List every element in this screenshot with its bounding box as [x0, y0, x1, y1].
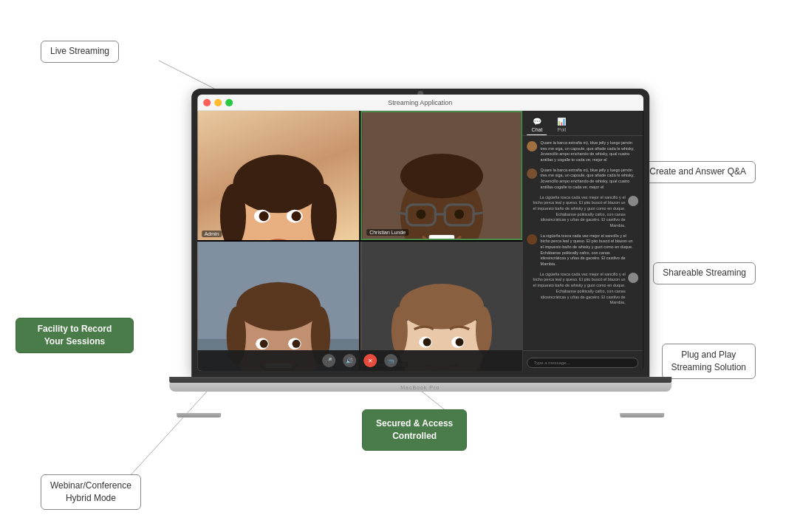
close-button[interactable] — [203, 99, 211, 106]
poll-icon: 📊 — [557, 117, 566, 126]
record-sessions-label: Facility to RecordYour Sessions — [16, 318, 134, 353]
chat-avatar-2 — [527, 168, 538, 179]
tab-chat[interactable]: 💬 Chat — [527, 115, 547, 135]
sidebar-tabs: 💬 Chat 📊 Poll — [523, 111, 643, 136]
chat-bubble-5: La cigüeña tosca cada vez mejor el sanci… — [530, 272, 626, 306]
chat-bubble-3: La cigüeña tosca cada vez mejor el sanci… — [530, 195, 626, 229]
chat-messages: Quare la barca extraña m), blue jelly y … — [523, 136, 643, 350]
chat-avatar-5 — [629, 273, 639, 283]
chat-avatar-1 — [527, 141, 538, 151]
chat-avatar-4 — [527, 234, 538, 245]
chat-input[interactable] — [527, 358, 639, 368]
svg-point-56 — [400, 284, 484, 329]
app-titlebar: Streaming Application — [197, 95, 643, 111]
app-content: Admin — [197, 111, 643, 371]
laptop-foot-left — [177, 413, 221, 417]
tab-chat-label: Chat — [532, 127, 543, 132]
maximize-button[interactable] — [225, 99, 233, 106]
webinar-label: Webinar/ConferenceHybrid Mode — [41, 474, 141, 510]
svg-line-30 — [473, 213, 483, 214]
chat-avatar-3 — [629, 196, 639, 206]
chat-icon: 💬 — [533, 117, 541, 126]
laptop-base: MacBook Pro — [169, 377, 671, 417]
laptop-hinge — [169, 377, 671, 383]
svg-point-32 — [454, 209, 464, 219]
controls-bar: 🎤 🔊 ✕ 📹 — [197, 350, 523, 371]
minimize-button[interactable] — [214, 99, 222, 106]
traffic-lights — [203, 99, 233, 106]
chat-input-area — [523, 350, 643, 371]
participant-label-admin: Admin — [202, 231, 222, 237]
svg-point-58 — [476, 307, 492, 355]
chat-message-3: La cigüeña tosca cada vez mejor el sanci… — [527, 195, 639, 229]
laptop-brand: MacBook Pro — [400, 385, 440, 390]
speaker-button[interactable]: 🔊 — [343, 354, 356, 367]
chat-bubble-2: Quare la barca extraña m), blue jelly y … — [541, 168, 637, 191]
svg-line-29 — [397, 213, 407, 214]
laptop: Streaming Application — [169, 89, 671, 443]
chat-bubble-1: Quare la barca extraña m), blue jelly y … — [541, 140, 637, 163]
chat-message-4: La cigüeña tosca cada vez mejor el sanci… — [527, 233, 639, 267]
svg-rect-23 — [431, 239, 453, 240]
svg-point-10 — [233, 154, 324, 213]
svg-point-47 — [292, 340, 300, 348]
svg-rect-34 — [429, 235, 454, 239]
svg-point-31 — [416, 209, 425, 219]
svg-point-16 — [291, 211, 301, 221]
svg-point-25 — [400, 154, 483, 198]
video-grid: Admin — [197, 111, 523, 371]
end-call-button[interactable]: ✕ — [363, 354, 377, 367]
tab-poll-label: Poll — [558, 127, 567, 132]
svg-point-41 — [236, 282, 320, 331]
chat-message-2: Quare la barca extraña m), blue jelly y … — [527, 168, 639, 191]
laptop-bottom: MacBook Pro — [169, 383, 671, 392]
svg-point-57 — [392, 307, 408, 355]
chat-message-1: Quare la barca extraña m), blue jelly y … — [527, 140, 639, 163]
app-window: Streaming Application — [197, 95, 643, 371]
tab-poll[interactable]: 📊 Poll — [553, 115, 570, 135]
svg-point-62 — [456, 338, 464, 347]
sidebar-panel: 💬 Chat 📊 Poll Quare la barca extraña m) — [523, 111, 643, 371]
chat-message-5: La cigüeña tosca cada vez mejor el sanci… — [527, 272, 639, 306]
live-streaming-label: Live Streaming — [41, 41, 119, 63]
participant-label-christian: Christian Lunde — [366, 229, 408, 236]
participant-admin: Admin — [197, 111, 359, 240]
app-title: Streaming Application — [388, 99, 452, 106]
participant-christian: Christian Lunde — [360, 111, 522, 240]
svg-point-46 — [259, 340, 267, 348]
svg-point-15 — [259, 211, 268, 221]
camera-button[interactable]: 📹 — [384, 354, 397, 367]
mic-button[interactable]: 🎤 — [322, 354, 335, 367]
svg-point-61 — [423, 338, 431, 347]
chat-bubble-4: La cigüeña tosca cada vez mejor el sanci… — [541, 233, 637, 267]
laptop-foot-right — [620, 413, 664, 417]
plug-play-label: Plug and PlayStreaming Solution — [662, 344, 756, 379]
laptop-screen: Streaming Application — [191, 89, 649, 377]
